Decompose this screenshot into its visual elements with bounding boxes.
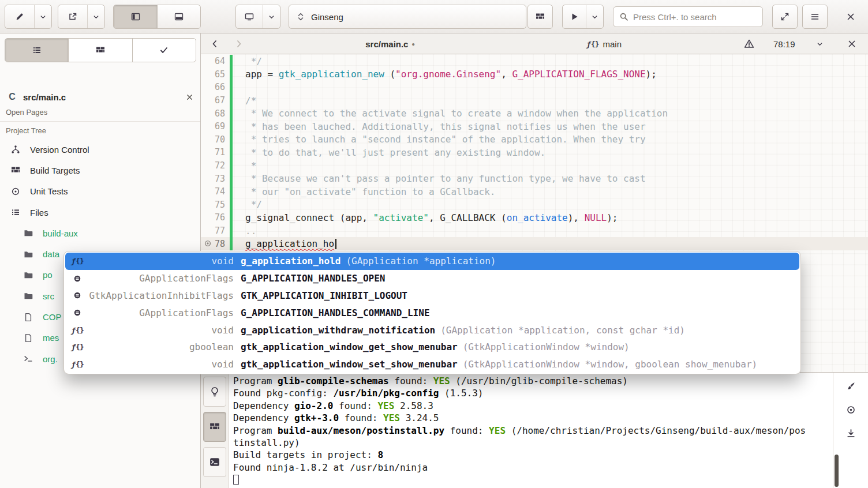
device-selector-button[interactable]	[235, 5, 280, 29]
panel-scrollbar[interactable]	[835, 455, 839, 487]
completion-item[interactable]: ƒ{}voidg_application_hold(GApplication *…	[65, 253, 799, 270]
open-pages-label: Open Pages	[6, 108, 47, 117]
tree-item-build-aux[interactable]: build-aux	[0, 223, 200, 243]
code-line-68[interactable]: 68 * We connect to the activate signal t…	[201, 107, 868, 120]
code-line-73[interactable]: 73 * Because we can't pass a pointer to …	[201, 172, 868, 185]
panel-tab-terminal[interactable]	[203, 447, 226, 477]
line-number: 65	[215, 69, 230, 80]
completion-params: (GtkApplicationWindow *window)	[463, 341, 630, 352]
completion-item[interactable]: GApplicationFlagsG_APPLICATION_HANDLES_C…	[65, 304, 799, 321]
export-split-button[interactable]	[58, 5, 105, 29]
completion-name: g_application_hold	[241, 256, 341, 266]
device-dropdown-chevron-icon[interactable]	[263, 5, 280, 28]
code-line-65[interactable]: 65app = gtk_application_new ("org.gnome.…	[201, 68, 868, 81]
project-omnibar[interactable]: Ginseng	[289, 5, 526, 29]
panel-left-toggle[interactable]	[114, 5, 157, 28]
tree-item-files[interactable]: Files	[0, 202, 200, 223]
completion-item[interactable]: ƒ{}gbooleangtk_application_window_get_sh…	[65, 339, 799, 356]
file-icon	[23, 333, 33, 343]
code-line-77[interactable]: 77..	[201, 224, 868, 238]
code-line-67[interactable]: 67/*	[201, 94, 868, 107]
brush-icon[interactable]	[846, 381, 856, 391]
sidebar-tab-switcher	[5, 38, 196, 62]
export-dropdown-chevron-icon[interactable]	[87, 5, 104, 28]
panel-tab-strip	[201, 373, 229, 488]
window-close-button[interactable]	[838, 5, 863, 29]
folder-icon	[23, 291, 33, 301]
pen-icon[interactable]	[5, 5, 34, 28]
build-output[interactable]: Program glib-compile-schemas found: YES …	[229, 373, 833, 488]
completion-popup: ƒ{}voidg_application_hold(GApplication *…	[63, 251, 801, 374]
line-number: 67	[215, 95, 230, 106]
tree-item-label: po	[43, 270, 53, 280]
sidebar-tab-build[interactable]	[68, 39, 132, 62]
panel-tab-hints[interactable]	[203, 377, 226, 407]
editor-header: src/main.c • ƒ{} main 78:19	[201, 33, 868, 54]
sidebar-tab-checks[interactable]	[132, 39, 196, 62]
fullscreen-button[interactable]	[772, 5, 798, 29]
tree-item-unit-tests[interactable]: Unit Tests	[0, 181, 200, 202]
line-number: 69	[215, 121, 230, 132]
target-icon[interactable]	[846, 405, 856, 415]
code-line-69[interactable]: 69 * has been lauched. Additionally, thi…	[201, 120, 868, 133]
terminal-cursor	[233, 475, 239, 485]
close-page-icon[interactable]	[186, 93, 193, 101]
completion-item[interactable]: ƒ{}voidg_application_withdraw_notificati…	[65, 321, 799, 339]
run-options-chevron-icon[interactable]	[586, 5, 603, 28]
display-icon[interactable]	[236, 5, 263, 28]
run-split-button[interactable]	[562, 5, 604, 29]
editor-menu-chevron-icon[interactable]	[816, 33, 824, 54]
sidebar-tab-pages[interactable]	[5, 39, 68, 62]
tree-item-label: Build Targets	[30, 166, 80, 175]
files-list-icon	[10, 208, 20, 217]
function-context[interactable]: ƒ{} main	[586, 33, 622, 54]
completion-item[interactable]: ƒ{}voidgtk_application_window_set_show_m…	[65, 356, 799, 373]
hamburger-icon	[810, 12, 820, 21]
export-icon[interactable]	[58, 5, 87, 28]
play-icon[interactable]	[563, 5, 586, 28]
completion-name: g_application_withdraw_notification	[241, 325, 435, 336]
completion-item[interactable]: GtkApplicationInhibitFlagsGTK_APPLICATIO…	[65, 287, 799, 305]
completion-name: gtk_application_window_set_show_menubar	[241, 359, 458, 370]
code-line-66[interactable]: 66	[201, 81, 868, 94]
code-line-78[interactable]: 78g_application_ho	[201, 237, 868, 250]
edit-mode-split-button[interactable]	[5, 5, 52, 29]
forward-button[interactable]	[234, 33, 244, 54]
completion-return-type: GApplicationFlags	[86, 273, 234, 284]
download-icon[interactable]	[846, 429, 856, 438]
tree-item-build-targets[interactable]: Build Targets	[0, 160, 200, 181]
code-line-74[interactable]: 74 * our "on_activate" function to a GCa…	[201, 185, 868, 198]
code-line-64[interactable]: 64 */	[201, 55, 868, 68]
completion-params: (GtkApplicationWindow *window, gboolean …	[463, 359, 758, 370]
open-page-title: src/main.c	[23, 92, 186, 102]
back-button[interactable]	[210, 33, 219, 54]
output-line: Found pkg-config: /usr/bin/pkg-config (1…	[233, 388, 833, 400]
panel-bottom-toggle[interactable]	[157, 5, 200, 28]
tree-item-label: src	[43, 291, 54, 301]
code-line-72[interactable]: 72 *	[201, 159, 868, 172]
tree-item-version-control[interactable]: Version Control	[0, 139, 200, 160]
build-button[interactable]	[527, 5, 553, 29]
code-line-76[interactable]: 76g_signal_connect (app, "activate", G_C…	[201, 211, 868, 224]
code-line-70[interactable]: 70 * tries to launch a "second instance"…	[201, 133, 868, 147]
close-editor-icon[interactable]	[847, 33, 856, 54]
enum-icon	[69, 309, 86, 317]
completion-return-type: GtkApplicationInhibitFlags	[86, 290, 234, 301]
menu-button[interactable]	[802, 5, 828, 29]
global-search[interactable]	[613, 6, 763, 27]
document-title: src/main.c	[365, 39, 408, 49]
completion-item[interactable]: GApplicationFlagsG_APPLICATION_HANDLES_O…	[65, 270, 799, 287]
code-line-71[interactable]: 71 * to do that, we'll just present any …	[201, 146, 868, 159]
tree-item-label: build-aux	[43, 228, 78, 238]
diagnostics-warning-icon[interactable]	[744, 33, 754, 54]
panel-tab-build-log[interactable]	[203, 412, 226, 442]
output-line: Program build-aux/meson/postinstall.py f…	[233, 425, 833, 437]
open-page-item[interactable]: C src/main.c	[0, 87, 200, 107]
edit-mode-dropdown-chevron-icon[interactable]	[34, 5, 51, 28]
completion-return-type: gboolean	[86, 341, 234, 352]
unit-tests-icon	[10, 187, 20, 196]
code-line-75[interactable]: 75 */	[201, 198, 868, 212]
global-search-input[interactable]	[633, 12, 757, 22]
folder-icon	[23, 228, 33, 238]
tree-item-label: COP	[43, 312, 62, 322]
